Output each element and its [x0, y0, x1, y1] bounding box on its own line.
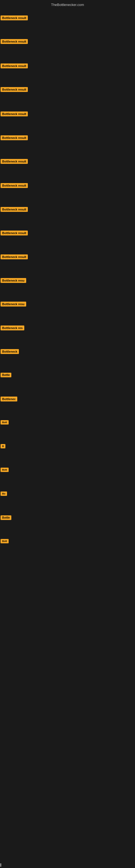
- badge-row-2: Bottleneck result: [1, 63, 28, 69]
- bottleneck-badge-2[interactable]: Bottleneck result: [1, 63, 28, 68]
- bottleneck-badge-15[interactable]: Bottle: [1, 373, 11, 377]
- site-title: TheBottlenecker.com: [0, 1, 135, 8]
- bottleneck-badge-20[interactable]: Bo: [1, 492, 7, 496]
- cursor-indicator: [1, 863, 1, 867]
- bottleneck-badge-9[interactable]: Bottleneck result: [1, 230, 28, 236]
- bottleneck-badge-5[interactable]: Bottleneck result: [1, 135, 28, 140]
- bottleneck-badge-1[interactable]: Bottleneck result: [1, 39, 28, 44]
- bottleneck-badge-6[interactable]: Bottleneck result: [1, 159, 28, 164]
- bottleneck-badge-10[interactable]: Bottleneck result: [1, 254, 28, 259]
- badge-row-3: Bottleneck result: [1, 87, 28, 93]
- badge-row-18: B: [1, 444, 5, 450]
- badge-row-5: Bottleneck result: [1, 135, 28, 141]
- bottleneck-badge-12[interactable]: Bottleneck resu: [1, 302, 26, 307]
- bottleneck-badge-7[interactable]: Bottleneck result: [1, 183, 28, 188]
- badge-row-1: Bottleneck result: [1, 39, 28, 45]
- badge-row-12: Bottleneck resu: [1, 302, 26, 308]
- bottleneck-badge-22[interactable]: Bott: [1, 539, 9, 543]
- badge-row-4: Bottleneck result: [1, 112, 28, 118]
- bottleneck-badge-0[interactable]: Bottleneck result: [1, 16, 28, 20]
- bottleneck-badge-18[interactable]: B: [1, 444, 5, 448]
- bottleneck-badge-3[interactable]: Bottleneck result: [1, 87, 28, 92]
- bottleneck-badge-8[interactable]: Bottleneck result: [1, 207, 28, 212]
- badge-row-8: Bottleneck result: [1, 207, 28, 213]
- badge-row-11: Bottleneck resu: [1, 278, 26, 284]
- badge-row-17: Bott: [1, 420, 9, 426]
- bottleneck-badge-13[interactable]: Bottleneck res: [1, 326, 24, 330]
- badge-row-22: Bott: [1, 539, 9, 545]
- badge-row-13: Bottleneck res: [1, 326, 24, 332]
- badge-row-19: Bott: [1, 468, 9, 473]
- bottleneck-badge-16[interactable]: Bottlenec: [1, 397, 17, 401]
- badge-row-21: Bottle: [1, 516, 11, 521]
- bottleneck-badge-14[interactable]: Bottleneck: [1, 349, 19, 354]
- badge-row-10: Bottleneck result: [1, 254, 28, 260]
- badge-row-14: Bottleneck: [1, 349, 19, 355]
- badge-row-6: Bottleneck result: [1, 159, 28, 165]
- badge-row-15: Bottle: [1, 373, 11, 378]
- bottleneck-badge-19[interactable]: Bott: [1, 468, 9, 472]
- badge-row-16: Bottlenec: [1, 397, 17, 403]
- bottleneck-badge-4[interactable]: Bottleneck result: [1, 112, 28, 116]
- badge-row-9: Bottleneck result: [1, 230, 28, 237]
- badge-row-20: Bo: [1, 492, 7, 497]
- badge-row-0: Bottleneck result: [1, 16, 28, 22]
- bottleneck-badge-21[interactable]: Bottle: [1, 516, 11, 520]
- bottleneck-badge-17[interactable]: Bott: [1, 420, 9, 425]
- badge-row-7: Bottleneck result: [1, 183, 28, 189]
- bottleneck-badge-11[interactable]: Bottleneck resu: [1, 278, 26, 283]
